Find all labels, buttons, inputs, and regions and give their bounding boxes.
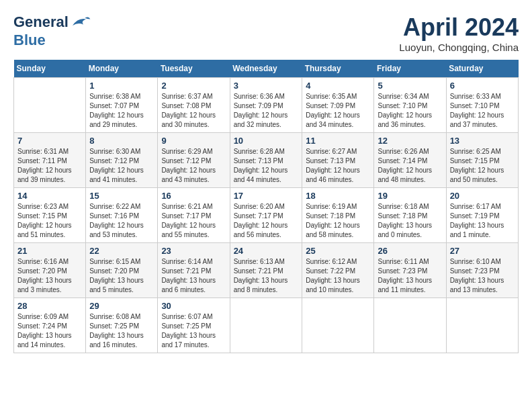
- day-number: 21: [17, 246, 82, 256]
- day-info: Sunrise: 6:08 AM Sunset: 7:25 PM Dayligh…: [89, 312, 154, 350]
- calendar-cell: [14, 78, 86, 133]
- day-number: 28: [17, 301, 82, 311]
- day-info: Sunrise: 6:11 AM Sunset: 7:23 PM Dayligh…: [378, 257, 442, 295]
- day-number: 1: [89, 81, 154, 91]
- calendar-cell: 2Sunrise: 6:37 AM Sunset: 7:08 PM Daylig…: [158, 78, 230, 133]
- day-info: Sunrise: 6:17 AM Sunset: 7:19 PM Dayligh…: [450, 202, 515, 240]
- day-header-friday: Friday: [374, 60, 446, 78]
- day-number: 30: [161, 301, 226, 311]
- day-info: Sunrise: 6:15 AM Sunset: 7:20 PM Dayligh…: [89, 257, 154, 295]
- calendar-cell: 29Sunrise: 6:08 AM Sunset: 7:25 PM Dayli…: [86, 298, 158, 353]
- day-info: Sunrise: 6:19 AM Sunset: 7:18 PM Dayligh…: [306, 202, 370, 240]
- logo-line2: Blue: [13, 32, 91, 48]
- month-title: April 2024: [399, 13, 519, 42]
- day-info: Sunrise: 6:09 AM Sunset: 7:24 PM Dayligh…: [17, 312, 82, 350]
- day-number: 20: [450, 191, 515, 201]
- day-number: 19: [378, 191, 442, 201]
- day-number: 15: [89, 191, 154, 201]
- day-info: Sunrise: 6:28 AM Sunset: 7:13 PM Dayligh…: [234, 147, 299, 185]
- day-info: Sunrise: 6:30 AM Sunset: 7:12 PM Dayligh…: [89, 147, 154, 185]
- day-header-monday: Monday: [86, 60, 158, 78]
- calendar-cell: 23Sunrise: 6:14 AM Sunset: 7:21 PM Dayli…: [158, 243, 230, 298]
- day-header-sunday: Sunday: [14, 60, 86, 78]
- day-number: 6: [450, 81, 515, 91]
- day-header-thursday: Thursday: [302, 60, 374, 78]
- day-number: 12: [378, 136, 442, 146]
- day-info: Sunrise: 6:37 AM Sunset: 7:08 PM Dayligh…: [161, 92, 226, 130]
- day-info: Sunrise: 6:23 AM Sunset: 7:15 PM Dayligh…: [17, 202, 82, 240]
- calendar-cell: 4Sunrise: 6:35 AM Sunset: 7:09 PM Daylig…: [302, 78, 374, 133]
- logo-text: General Blue: [13, 13, 91, 48]
- logo: General Blue: [13, 13, 91, 48]
- day-number: 27: [450, 246, 515, 256]
- day-number: 5: [378, 81, 442, 91]
- day-info: Sunrise: 6:36 AM Sunset: 7:09 PM Dayligh…: [234, 92, 299, 130]
- calendar-cell: 24Sunrise: 6:13 AM Sunset: 7:21 PM Dayli…: [230, 243, 302, 298]
- day-info: Sunrise: 6:20 AM Sunset: 7:17 PM Dayligh…: [234, 202, 299, 240]
- day-info: Sunrise: 6:14 AM Sunset: 7:21 PM Dayligh…: [161, 257, 226, 295]
- day-number: 26: [378, 246, 442, 256]
- calendar-cell: 22Sunrise: 6:15 AM Sunset: 7:20 PM Dayli…: [86, 243, 158, 298]
- day-number: 10: [234, 136, 299, 146]
- calendar-cell: [230, 298, 302, 353]
- calendar-cell: 16Sunrise: 6:21 AM Sunset: 7:17 PM Dayli…: [158, 188, 230, 243]
- calendar-cell: 30Sunrise: 6:07 AM Sunset: 7:25 PM Dayli…: [158, 298, 230, 353]
- day-number: 16: [161, 191, 226, 201]
- calendar-cell: 8Sunrise: 6:30 AM Sunset: 7:12 PM Daylig…: [86, 133, 158, 188]
- calendar-cell: 17Sunrise: 6:20 AM Sunset: 7:17 PM Dayli…: [230, 188, 302, 243]
- day-number: 17: [234, 191, 299, 201]
- location: Luoyun, Chongqing, China: [399, 42, 519, 53]
- calendar-cell: 25Sunrise: 6:12 AM Sunset: 7:22 PM Dayli…: [302, 243, 374, 298]
- calendar-cell: 27Sunrise: 6:10 AM Sunset: 7:23 PM Dayli…: [446, 243, 518, 298]
- day-header-tuesday: Tuesday: [158, 60, 230, 78]
- calendar-cell: [374, 298, 446, 353]
- calendar-cell: 18Sunrise: 6:19 AM Sunset: 7:18 PM Dayli…: [302, 188, 374, 243]
- day-info: Sunrise: 6:21 AM Sunset: 7:17 PM Dayligh…: [161, 202, 226, 240]
- day-info: Sunrise: 6:07 AM Sunset: 7:25 PM Dayligh…: [161, 312, 226, 350]
- day-info: Sunrise: 6:33 AM Sunset: 7:10 PM Dayligh…: [450, 92, 515, 130]
- day-number: 23: [161, 246, 226, 256]
- calendar-cell: 11Sunrise: 6:27 AM Sunset: 7:13 PM Dayli…: [302, 133, 374, 188]
- calendar-cell: 20Sunrise: 6:17 AM Sunset: 7:19 PM Dayli…: [446, 188, 518, 243]
- day-number: 11: [306, 136, 370, 146]
- day-number: 14: [17, 191, 82, 201]
- calendar-cell: 21Sunrise: 6:16 AM Sunset: 7:20 PM Dayli…: [14, 243, 86, 298]
- day-info: Sunrise: 6:27 AM Sunset: 7:13 PM Dayligh…: [306, 147, 370, 185]
- day-info: Sunrise: 6:13 AM Sunset: 7:21 PM Dayligh…: [234, 257, 299, 295]
- day-info: Sunrise: 6:22 AM Sunset: 7:16 PM Dayligh…: [89, 202, 154, 240]
- calendar-cell: 6Sunrise: 6:33 AM Sunset: 7:10 PM Daylig…: [446, 78, 518, 133]
- calendar-cell: 26Sunrise: 6:11 AM Sunset: 7:23 PM Dayli…: [374, 243, 446, 298]
- calendar-cell: 19Sunrise: 6:18 AM Sunset: 7:18 PM Dayli…: [374, 188, 446, 243]
- day-header-saturday: Saturday: [446, 60, 518, 78]
- day-number: 2: [161, 81, 226, 91]
- calendar-cell: [302, 298, 374, 353]
- day-info: Sunrise: 6:29 AM Sunset: 7:12 PM Dayligh…: [161, 147, 226, 185]
- day-number: 22: [89, 246, 154, 256]
- day-header-wednesday: Wednesday: [230, 60, 302, 78]
- calendar-cell: 14Sunrise: 6:23 AM Sunset: 7:15 PM Dayli…: [14, 188, 86, 243]
- calendar-cell: 15Sunrise: 6:22 AM Sunset: 7:16 PM Dayli…: [86, 188, 158, 243]
- calendar-cell: 1Sunrise: 6:38 AM Sunset: 7:07 PM Daylig…: [86, 78, 158, 133]
- day-number: 25: [306, 246, 370, 256]
- calendar-cell: 7Sunrise: 6:31 AM Sunset: 7:11 PM Daylig…: [14, 133, 86, 188]
- day-info: Sunrise: 6:35 AM Sunset: 7:09 PM Dayligh…: [306, 92, 370, 130]
- day-number: 13: [450, 136, 515, 146]
- calendar-cell: 10Sunrise: 6:28 AM Sunset: 7:13 PM Dayli…: [230, 133, 302, 188]
- day-info: Sunrise: 6:18 AM Sunset: 7:18 PM Dayligh…: [378, 202, 442, 240]
- day-info: Sunrise: 6:16 AM Sunset: 7:20 PM Dayligh…: [17, 257, 82, 295]
- calendar-cell: 3Sunrise: 6:36 AM Sunset: 7:09 PM Daylig…: [230, 78, 302, 133]
- title-block: April 2024 Luoyun, Chongqing, China: [399, 13, 519, 53]
- calendar-table: SundayMondayTuesdayWednesdayThursdayFrid…: [13, 60, 519, 353]
- day-number: 24: [234, 246, 299, 256]
- calendar-cell: 5Sunrise: 6:34 AM Sunset: 7:10 PM Daylig…: [374, 78, 446, 133]
- day-number: 18: [306, 191, 370, 201]
- day-number: 7: [17, 136, 82, 146]
- day-number: 8: [89, 136, 154, 146]
- day-info: Sunrise: 6:38 AM Sunset: 7:07 PM Dayligh…: [89, 92, 154, 130]
- calendar-cell: 13Sunrise: 6:25 AM Sunset: 7:15 PM Dayli…: [446, 133, 518, 188]
- day-number: 9: [161, 136, 226, 146]
- day-info: Sunrise: 6:10 AM Sunset: 7:23 PM Dayligh…: [450, 257, 515, 295]
- calendar-cell: [446, 298, 518, 353]
- day-info: Sunrise: 6:12 AM Sunset: 7:22 PM Dayligh…: [306, 257, 370, 295]
- calendar-cell: 9Sunrise: 6:29 AM Sunset: 7:12 PM Daylig…: [158, 133, 230, 188]
